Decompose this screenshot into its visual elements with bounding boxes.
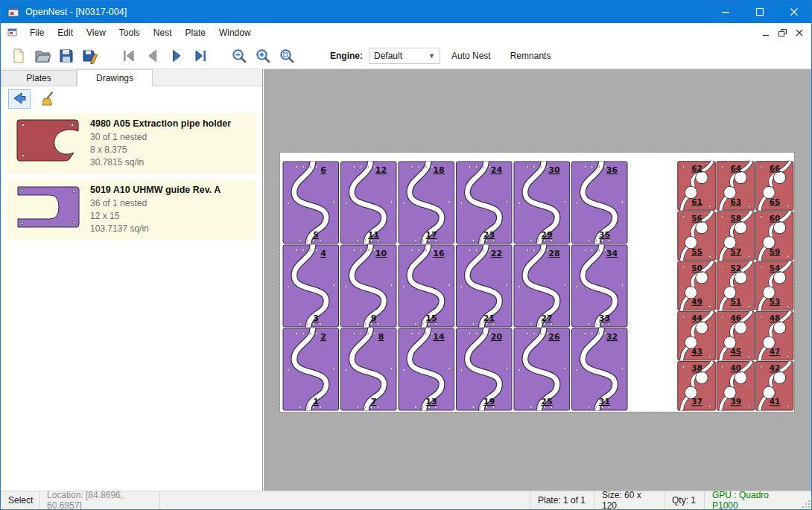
part-number[interactable]: 23 — [483, 230, 495, 240]
nest-pair-red[interactable]: 4443 — [678, 311, 716, 360]
part-number[interactable]: 16 — [433, 249, 445, 258]
nest-pair-red[interactable]: 4039 — [717, 361, 755, 410]
part-number[interactable]: 39 — [730, 397, 741, 406]
menu-nest[interactable]: Nest — [147, 24, 179, 42]
part-number[interactable]: 57 — [730, 247, 741, 256]
nest-pair-purple[interactable]: 1211 — [341, 162, 397, 244]
clear-button[interactable] — [38, 89, 60, 109]
open-button[interactable] — [31, 45, 54, 67]
menu-tools[interactable]: Tools — [112, 24, 147, 42]
nest-pair-red[interactable]: 4241 — [755, 361, 793, 410]
part-number[interactable]: 47 — [770, 347, 781, 356]
save-as-button[interactable] — [78, 45, 102, 67]
part-number[interactable]: 10 — [375, 249, 387, 258]
previous-plate-button[interactable] — [141, 45, 165, 67]
nest-canvas[interactable]: 6512111817242330293635431091615222128273… — [264, 69, 811, 491]
part-number[interactable]: 65 — [770, 197, 781, 206]
part-number[interactable]: 37 — [691, 397, 702, 406]
part-number[interactable]: 11 — [368, 230, 379, 240]
part-number[interactable]: 34 — [606, 249, 618, 258]
part-number[interactable]: 5 — [313, 230, 319, 240]
part-number[interactable]: 22 — [491, 249, 502, 258]
part-number[interactable]: 55 — [691, 247, 702, 256]
part-number[interactable]: 15 — [425, 313, 437, 323]
nest-pair-red[interactable]: 4645 — [717, 311, 755, 360]
nest-pair-red[interactable]: 6261 — [678, 162, 716, 211]
nest-pair-red[interactable]: 5857 — [717, 211, 755, 261]
last-plate-button[interactable] — [188, 45, 212, 67]
nest-pair-purple[interactable]: 43 — [283, 245, 339, 328]
part-number[interactable]: 64 — [730, 164, 741, 173]
part-number[interactable]: 4 — [320, 249, 326, 258]
part-number[interactable]: 54 — [770, 264, 781, 272]
remnants-button[interactable]: Remnants — [502, 46, 559, 66]
part-number[interactable]: 62 — [691, 164, 702, 173]
part-number[interactable]: 59 — [770, 247, 781, 256]
nest-pair-purple[interactable]: 3231 — [572, 328, 628, 411]
mdi-close-button[interactable] — [795, 28, 804, 37]
part-number[interactable]: 33 — [599, 313, 610, 323]
part-number[interactable]: 40 — [730, 363, 741, 372]
part-number[interactable]: 14 — [433, 332, 445, 342]
part-number[interactable]: 27 — [541, 313, 552, 323]
nest-pair-purple[interactable]: 2827 — [514, 245, 570, 328]
part-number[interactable]: 32 — [606, 332, 618, 342]
send-to-nest-button[interactable] — [8, 89, 31, 109]
part-number[interactable]: 51 — [730, 297, 741, 306]
mdi-restore-button[interactable] — [778, 28, 787, 37]
nest-pair-purple[interactable]: 87 — [341, 328, 397, 411]
nest-pair-red[interactable]: 6665 — [755, 162, 793, 211]
part-number[interactable]: 44 — [691, 313, 702, 322]
part-number[interactable]: 38 — [691, 363, 702, 372]
part-number[interactable]: 63 — [730, 197, 741, 206]
part-number[interactable]: 18 — [433, 165, 444, 175]
save-button[interactable] — [54, 45, 78, 67]
nest-pair-purple[interactable]: 1413 — [399, 328, 454, 411]
nest-pair-purple[interactable]: 2625 — [514, 328, 570, 411]
part-number[interactable]: 45 — [730, 347, 741, 356]
nest-pair-red[interactable]: 5453 — [755, 261, 793, 310]
nest-pair-purple[interactable]: 1817 — [399, 162, 454, 244]
nest-pair-red[interactable]: 6059 — [755, 211, 793, 261]
part-number[interactable]: 17 — [425, 230, 437, 240]
part-number[interactable]: 50 — [691, 264, 702, 272]
maximize-button[interactable] — [743, 1, 777, 23]
part-number[interactable]: 28 — [548, 249, 559, 258]
tab-plates[interactable]: Plates — [1, 70, 77, 86]
zoom-in-button[interactable] — [251, 45, 275, 67]
part-number[interactable]: 24 — [491, 165, 503, 175]
first-plate-button[interactable] — [117, 45, 141, 67]
part-number[interactable]: 26 — [548, 332, 560, 342]
menu-edit[interactable]: Edit — [51, 24, 80, 42]
part-number[interactable]: 43 — [691, 347, 702, 356]
menu-window[interactable]: Window — [212, 24, 258, 42]
part-number[interactable]: 41 — [770, 397, 781, 406]
part-number[interactable]: 48 — [770, 313, 781, 322]
part-number[interactable]: 58 — [730, 214, 741, 223]
nest-pair-red[interactable]: 4847 — [755, 311, 793, 360]
list-item[interactable]: 5019 A10 UHMW guide Rev. A 36 of 1 neste… — [7, 179, 256, 240]
engine-select[interactable]: Default ▼ — [369, 48, 440, 64]
part-number[interactable]: 42 — [770, 363, 781, 372]
nest-pair-purple[interactable]: 1615 — [399, 245, 454, 328]
part-number[interactable]: 21 — [483, 313, 495, 323]
menu-plate[interactable]: Plate — [179, 24, 212, 42]
part-number[interactable]: 12 — [375, 165, 387, 175]
nest-pair-purple[interactable]: 2221 — [457, 245, 513, 328]
nest-pair-red[interactable]: 5049 — [678, 261, 716, 310]
part-number[interactable]: 1 — [313, 397, 319, 407]
nest-pair-red[interactable]: 5251 — [717, 261, 755, 310]
nest-pair-purple[interactable]: 2019 — [457, 328, 513, 411]
nest-pair-purple[interactable]: 2423 — [457, 162, 513, 244]
part-number[interactable]: 53 — [770, 297, 781, 306]
nest-pair-purple[interactable]: 3635 — [572, 162, 628, 244]
part-number[interactable]: 29 — [541, 230, 552, 240]
nest-pair-purple[interactable]: 109 — [341, 245, 397, 328]
resize-grip[interactable] — [799, 491, 811, 509]
zoom-out-button[interactable] — [227, 45, 251, 67]
part-number[interactable]: 66 — [770, 164, 781, 173]
part-number[interactable]: 3 — [313, 313, 319, 323]
zoom-fit-button[interactable] — [275, 45, 299, 67]
part-number[interactable]: 20 — [491, 332, 503, 342]
new-button[interactable] — [7, 45, 31, 67]
